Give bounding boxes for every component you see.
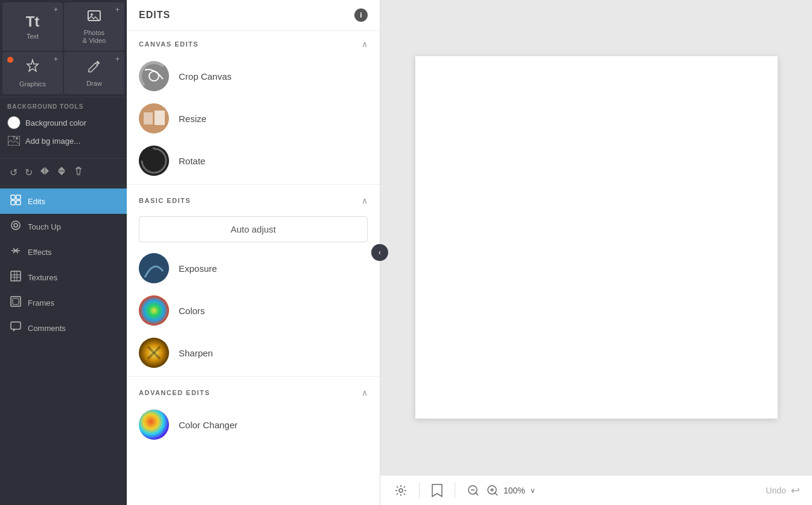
zoom-in-button[interactable] [484, 482, 501, 499]
info-icon[interactable]: i [354, 8, 368, 22]
frames-icon [10, 296, 22, 309]
svg-point-35 [399, 489, 403, 492]
comments-label: Comments [28, 324, 66, 333]
rotate-item[interactable]: Rotate [127, 140, 380, 182]
textures-icon [10, 271, 22, 284]
bookmark-button[interactable] [429, 481, 445, 500]
edits-nav-label: Edits [28, 197, 45, 206]
flip-v-button[interactable] [54, 164, 69, 181]
svg-point-23 [142, 64, 166, 88]
canvas-area: 100% ∨ Undo ↩ [380, 0, 812, 505]
svg-point-30 [139, 295, 169, 326]
color-changer-label: Color Changer [179, 420, 238, 430]
resize-thumb [139, 103, 169, 133]
zoom-control: 100% ∨ [465, 482, 538, 499]
canvas-white [415, 56, 778, 419]
undo-transform-button[interactable]: ↺ [7, 164, 20, 181]
svg-rect-22 [11, 322, 21, 329]
text-tool-button[interactable]: + Tt Text [2, 2, 63, 51]
draw-plus: + [115, 55, 120, 63]
crop-canvas-item[interactable]: Crop Canvas [127, 55, 380, 97]
rotate-thumb [139, 146, 169, 176]
svg-rect-27 [155, 111, 165, 125]
frames-label: Frames [28, 298, 54, 307]
zoom-out-button[interactable] [465, 482, 482, 499]
advanced-edits-chevron[interactable]: ∧ [362, 388, 368, 397]
delete-button[interactable] [71, 164, 86, 181]
svg-point-3 [16, 137, 18, 140]
background-color-item[interactable]: Background color [7, 116, 120, 129]
draw-tool-button[interactable]: + Draw [64, 52, 124, 94]
graphics-tool-icon [25, 59, 40, 78]
transform-tools: ↺ ↻ [0, 159, 127, 186]
graphics-dot [7, 57, 13, 63]
photos-tool-plus: + [115, 5, 120, 14]
photos-video-tool-button[interactable]: + Photos& Video [64, 2, 124, 51]
basic-edits-label: BASIC EDITS [139, 197, 191, 204]
nav-item-frames[interactable]: Frames [0, 290, 127, 315]
bottom-divider-1 [419, 483, 420, 498]
flip-h-button[interactable] [37, 164, 52, 181]
advanced-edits-label: ADVANCED EDITS [139, 389, 210, 396]
color-changer-thumb [139, 410, 169, 440]
edits-header: EDITS i [127, 0, 380, 31]
colors-item[interactable]: Colors [127, 289, 380, 332]
resize-label: Resize [179, 114, 206, 124]
svg-rect-7 [16, 195, 21, 199]
undo-icon[interactable]: ↩ [791, 484, 800, 497]
touch-up-label: Touch Up [28, 222, 61, 231]
basic-edits-header: BASIC EDITS ∧ [127, 187, 380, 211]
canvas-edits-header: CANVAS EDITS ∧ [127, 31, 380, 55]
svg-rect-9 [16, 201, 21, 205]
resize-item[interactable]: Resize [127, 97, 380, 140]
graphics-tool-label: Graphics [19, 80, 46, 88]
top-tools: + Tt Text + Photos& Video + [0, 0, 127, 97]
exposure-thumb [139, 253, 169, 283]
canvas-workspace [380, 0, 812, 475]
exposure-item[interactable]: Exposure [127, 247, 380, 289]
svg-point-28 [139, 146, 169, 176]
bottom-bar: 100% ∨ Undo ↩ [380, 475, 812, 505]
background-color-label: Background color [25, 118, 86, 127]
collapse-panel-button[interactable]: ‹ [371, 244, 388, 261]
rotate-label: Rotate [179, 156, 205, 166]
zoom-value: 100% [504, 486, 525, 495]
auto-adjust-button[interactable]: Auto adjust [139, 216, 368, 242]
svg-point-11 [14, 224, 18, 227]
sharpen-item[interactable]: Sharpen [127, 332, 380, 374]
colors-thumb [139, 295, 169, 326]
undo-section: Undo ↩ [766, 484, 800, 497]
background-color-circle [7, 116, 21, 129]
settings-button[interactable] [392, 482, 409, 499]
add-bg-image-item[interactable]: Add bg image... [7, 134, 120, 147]
effects-icon [10, 245, 22, 259]
svg-rect-26 [144, 112, 153, 124]
section-divider-1 [127, 184, 380, 185]
text-tool-icon: Tt [26, 13, 40, 30]
section-divider-2 [127, 376, 380, 377]
basic-edits-chevron[interactable]: ∧ [362, 196, 368, 205]
nav-item-effects[interactable]: Effects [0, 239, 127, 265]
nav-item-edits[interactable]: Edits [0, 188, 127, 214]
photos-tool-icon [87, 8, 101, 27]
effects-label: Effects [28, 248, 52, 257]
redo-transform-button[interactable]: ↻ [22, 164, 35, 181]
nav-item-comments[interactable]: Comments [0, 315, 127, 341]
svg-rect-15 [11, 271, 21, 281]
crop-canvas-label: Crop Canvas [179, 71, 232, 82]
background-tools-label: BACKGROUND TOOLS [7, 103, 120, 110]
canvas-edits-chevron[interactable]: ∧ [362, 39, 368, 49]
svg-rect-6 [11, 195, 15, 199]
svg-line-42 [494, 492, 497, 495]
graphics-plus: + [54, 55, 58, 63]
bottom-divider-2 [455, 483, 455, 498]
svg-point-10 [11, 221, 20, 230]
graphics-tool-button[interactable]: + Graphics [2, 52, 63, 94]
color-changer-item[interactable]: Color Changer [127, 404, 380, 446]
nav-item-textures[interactable]: Textures [0, 265, 127, 290]
svg-point-34 [139, 410, 169, 440]
nav-item-touch-up[interactable]: Touch Up [0, 214, 127, 239]
edits-panel: EDITS i ‹ CANVAS EDITS ∧ Crop Canvas [127, 0, 380, 505]
zoom-dropdown-button[interactable]: ∨ [528, 484, 538, 497]
edits-panel-title: EDITS [139, 10, 170, 21]
